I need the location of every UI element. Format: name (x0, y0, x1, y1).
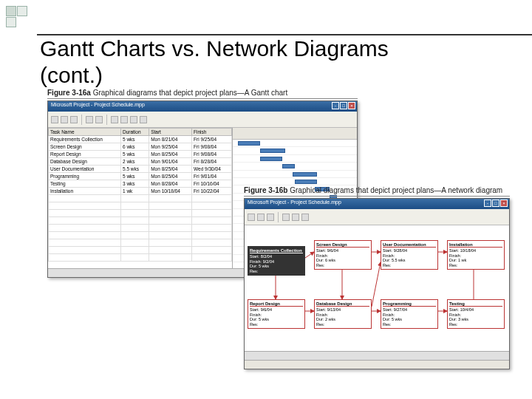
minimize-icon[interactable]: - (484, 200, 491, 207)
node-title: Requirements Collection (250, 248, 303, 253)
node-field: Finish: (449, 313, 502, 318)
title-line-2: (cont.) (40, 62, 389, 89)
table-cell: Mon 8/21/04 (149, 136, 192, 143)
gantt-bar-row (233, 147, 357, 154)
table-row (49, 232, 232, 239)
gantt-bar[interactable] (295, 180, 317, 184)
node-title: Installation (449, 242, 502, 248)
node-field: Finish: (250, 313, 303, 318)
toolbar-icon[interactable] (95, 116, 103, 123)
node-title: Programming (383, 301, 436, 307)
column-header[interactable]: Finish (192, 129, 232, 136)
table-row[interactable]: Report Design5 wksMon 8/25/04Fri 9/08/04 (49, 151, 232, 158)
toolbar-icon[interactable] (267, 214, 274, 221)
gantt-bar[interactable] (260, 149, 285, 153)
network-app-title: Microsoft Project - Project Schedule.mpp (248, 200, 341, 205)
node-field: Res: (250, 269, 303, 274)
table-row[interactable]: Installation1 wkMon 10/18/04Fri 10/22/04 (49, 188, 232, 195)
gantt-task-table[interactable]: Task NameDurationStartFinish Requirement… (48, 128, 233, 268)
network-node[interactable]: ProgrammingStart: 9/27/04Finish:Dur: 5 w… (381, 299, 438, 329)
toolbar-icon[interactable] (120, 116, 128, 123)
table-row[interactable]: Testing3 wksMon 8/28/04Fri 10/16/04 (49, 180, 232, 188)
table-cell: 2 wks (120, 158, 149, 166)
toolbar-icon[interactable] (257, 214, 265, 221)
toolbar-icon[interactable] (292, 214, 299, 221)
maximize-icon[interactable]: □ (492, 200, 499, 207)
table-cell: Mon 9/25/04 (149, 143, 192, 151)
table-cell: Fri 9/08/04 (192, 143, 232, 151)
node-field: Res: (316, 322, 369, 327)
toolbar-icon[interactable] (111, 116, 118, 123)
table-row (49, 202, 232, 210)
network-node[interactable]: User DocumentationStart: 9/28/04Finish:D… (381, 240, 438, 270)
figure-b-label: Figure 3-16b (244, 186, 287, 194)
table-row (49, 210, 232, 217)
figure-a-text: Graphical diagrams that depict project p… (93, 89, 287, 97)
network-node[interactable]: Requirements CollectionStart: 8/2/04Fini… (248, 246, 305, 276)
toolbar-icon[interactable] (140, 116, 147, 123)
toolbar-icon[interactable] (70, 116, 78, 123)
toolbar-icon[interactable] (130, 116, 137, 123)
table-row[interactable]: Screen Design6 wksMon 9/25/04Fri 9/08/04 (49, 143, 232, 151)
gantt-titlebar[interactable]: Microsoft Project - Project Schedule.mpp… (48, 101, 357, 112)
node-field: Res: (383, 322, 436, 327)
table-cell: 1 wk (120, 188, 149, 195)
table-row[interactable]: User Documentation5.5 wksMon 8/25/04Wed … (49, 166, 232, 173)
table-cell: Testing (49, 180, 121, 188)
table-cell: Fri 8/28/04 (192, 158, 232, 166)
table-cell: Mon 9/01/04 (149, 158, 192, 166)
column-header[interactable]: Task Name (49, 129, 121, 136)
status-bar (245, 360, 509, 369)
node-title: Report Design (250, 301, 303, 307)
gantt-bar[interactable] (238, 141, 260, 146)
column-header[interactable]: Duration (120, 129, 149, 136)
close-icon[interactable]: × (500, 200, 508, 207)
network-node[interactable]: Screen DesignStart: 9/6/04Finish:Dur: 6 … (314, 240, 372, 270)
toolbar-icon[interactable] (86, 116, 93, 123)
node-field: Res: (316, 263, 369, 268)
table-row[interactable]: Database Design2 wksMon 9/01/04Fri 8/28/… (49, 158, 232, 166)
gantt-bar[interactable] (260, 157, 282, 161)
node-field: Start: 9/6/04 (316, 248, 369, 253)
toolbar-icon[interactable] (301, 214, 309, 221)
table-cell: Mon 10/18/04 (149, 188, 192, 195)
gantt-bar[interactable] (282, 164, 295, 168)
horizontal-scrollbar[interactable] (245, 351, 509, 360)
network-node[interactable]: Report DesignStart: 9/6/04Finish:Dur: 5 … (248, 299, 305, 329)
minimize-icon[interactable]: - (332, 102, 339, 109)
gantt-bar-row (233, 171, 357, 178)
toolbar-icon[interactable] (61, 116, 68, 123)
network-node[interactable]: TestingStart: 10/4/04Finish:Dur: 3 wksRe… (447, 299, 505, 329)
node-field: Start: 10/18/04 (449, 248, 502, 253)
node-field: Start: 9/6/04 (250, 307, 303, 313)
figure-b-caption: Figure 3-16b Graphical diagrams that dep… (244, 186, 510, 197)
node-field: Finish: (383, 253, 436, 259)
table-cell: Requirements Collection (49, 136, 121, 143)
table-cell: Programming (49, 173, 121, 180)
toolbar-icon[interactable] (51, 116, 58, 123)
column-header[interactable]: Start (149, 129, 192, 136)
table-row[interactable]: Programming5 wksMon 8/25/04Fri 9/01/04 (49, 173, 232, 180)
toolbar-icon[interactable] (248, 214, 255, 221)
table-cell: Fri 9/01/04 (192, 173, 232, 180)
gantt-bar[interactable] (293, 172, 318, 177)
maximize-icon[interactable]: □ (340, 102, 347, 109)
network-node[interactable]: Database DesignStart: 9/13/04Finish:Dur:… (314, 299, 372, 329)
gantt-bar-row (233, 178, 357, 185)
node-field: Dur: 5 wks (250, 317, 303, 322)
network-canvas[interactable]: Requirements CollectionStart: 8/2/04Fini… (245, 225, 509, 351)
network-node[interactable]: InstallationStart: 10/18/04Finish:Dur: 1… (447, 240, 505, 270)
node-field: Dur: 5 wks (383, 317, 436, 322)
node-field: Start: 9/13/04 (316, 307, 369, 313)
node-title: User Documentation (383, 242, 436, 248)
gantt-timescale (233, 128, 357, 140)
table-row (49, 247, 232, 254)
network-titlebar[interactable]: Microsoft Project - Project Schedule.mpp… (245, 199, 509, 209)
gantt-app-title: Microsoft Project - Project Schedule.mpp (51, 102, 145, 107)
table-row[interactable]: Requirements Collection5 wksMon 8/21/04F… (49, 136, 232, 143)
gantt-bar-row (233, 155, 357, 163)
table-cell: 6 wks (120, 143, 149, 151)
toolbar-icon[interactable] (282, 214, 290, 221)
close-icon[interactable]: × (348, 102, 355, 109)
node-field: Finish: (316, 313, 369, 318)
